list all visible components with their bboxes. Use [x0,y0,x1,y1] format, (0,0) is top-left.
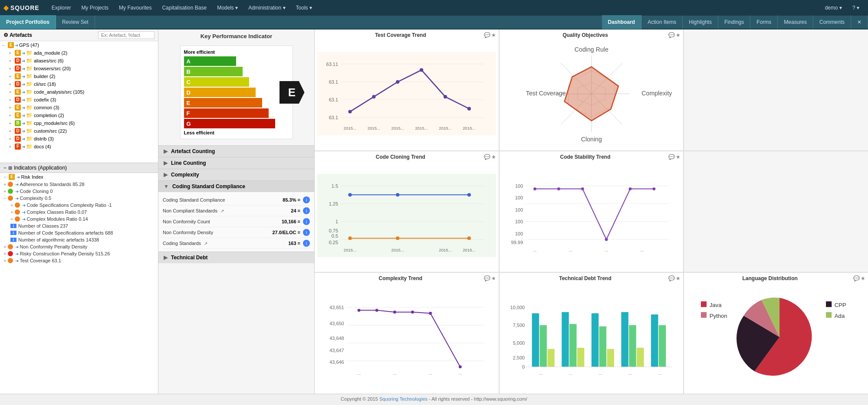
ind-sub-num-algo[interactable]: i Number of algorithmic artefacts 14338 [0,236,158,243]
tree-expander: + [9,144,15,149]
indicator-complexity[interactable]: − ➜ Complexity 0.5 [0,195,158,202]
nav-tools[interactable]: Tools ▾ [291,0,317,16]
arrow-icon: ➜ [22,144,25,149]
star-icon[interactable]: ★ [676,154,681,160]
nav-models[interactable]: Models ▾ [212,0,243,16]
tree-item-aliases[interactable]: + D ➜ 📁 aliases/src (6) [0,57,158,65]
comment-icon[interactable]: 💬 [668,32,675,38]
tree-item-completion[interactable]: + E ➜ 📁 completion (2) [0,111,158,119]
tree-expander: + [9,97,15,102]
comment-icon[interactable]: 💬 [853,275,860,281]
tree-item-distrib[interactable]: + D ➜ 📁 distrib (3) [0,135,158,143]
indicator-adherence[interactable]: + ➜ Adherence to Standards 85.28 [0,181,158,188]
nav-help[interactable]: ? ▾ [847,0,865,16]
tree-container[interactable]: − E ➜ GPS (47) + E ➜ 📁 ada_module (2) + … [0,41,158,163]
external-link-icon[interactable]: ↗ [204,241,207,246]
ind-sub-complex-classes[interactable]: + ➜ Complex Classes Ratio 0.07 [0,209,158,216]
tab-close[interactable]: ✕ [851,15,868,29]
external-link-icon[interactable]: ↗ [220,209,224,213]
energy-bar-c: C [184,77,289,87]
footer: Copyright © 2015 Squoring Technologies -… [0,394,868,405]
tree-item-cli[interactable]: + D ➜ 📁 cli/src (18) [0,80,158,88]
star-icon[interactable]: ★ [491,275,496,281]
tree-item-docs[interactable]: + F ➜ 📁 docs (4) [0,143,158,150]
tab-project-portfolios[interactable]: Project Portfolios [0,15,56,29]
tree-item-browsers[interactable]: + D ➜ 📁 browsers/src (20) [0,65,158,72]
ind-sub-num-code-spec[interactable]: i Number of Code Specifications artefact… [0,229,158,236]
indicator-code-cloning[interactable]: + ➜ Code Cloning 0 [0,188,158,195]
tab-findings[interactable]: Findings [718,15,750,29]
svg-rect-106 [621,312,628,367]
tree-item-cpp[interactable]: + B ➜ 📁 cpp_module/src (6) [0,119,158,127]
folder-icon: 📁 [26,128,33,134]
ind-sub-code-spec-complexity[interactable]: + ➜ Code Specifications Complexity Ratio… [0,202,158,209]
indicator-test-coverage[interactable]: + ➜ Test Coverage 63.1 [0,257,158,264]
tree-label: custom/src (22) [34,128,67,134]
nav-capitalisation-base[interactable]: Capitalisation Base [157,0,212,16]
metric-value: 85.3% = [283,197,300,202]
info-icon[interactable]: i [303,240,310,247]
accordion-label-coding: Coding Standard Compliance [172,183,245,189]
tree-item-builder[interactable]: + E ➜ 📁 builder (2) [0,72,158,80]
accordion-complexity[interactable]: ▶ Complexity [158,169,314,180]
metric-label: Non Conformity Density [163,230,272,235]
ind-sub-complex-modules[interactable]: + ➜ Complex Modules Ratio 0.14 [0,216,158,222]
comment-icon[interactable]: 💬 [668,275,675,281]
nav-my-projects[interactable]: My Projects [76,0,114,16]
metric-label: Non Compliant Standards ↗ [163,208,291,213]
indicator-risk-index[interactable]: − E ➜ Risk Index [0,173,158,181]
tree-item-ada[interactable]: + E ➜ 📁 ada_module (2) [0,49,158,57]
indicator-non-conformity-penalty[interactable]: + ➜ Non Conformity Penalty Density [0,243,158,250]
info-icon[interactable]: i [303,229,310,236]
artefacts-search-input[interactable] [98,31,155,39]
star-icon[interactable]: ★ [491,32,496,38]
comment-icon[interactable]: 💬 [484,154,490,160]
accordion-line-counting[interactable]: ▶ Line Counting [158,157,314,169]
nav-demo-user[interactable]: demo ▾ [820,0,847,16]
info-icon[interactable]: i [303,196,310,203]
ind-dot [8,244,13,249]
tab-review-set[interactable]: Review Set [56,15,95,29]
svg-point-65 [581,187,584,190]
info-icon[interactable]: i [303,218,310,225]
sub-plus: + [10,202,13,208]
star-icon[interactable]: ★ [676,275,681,281]
accordion-technical-debt[interactable]: ▶ Technical Debt [158,251,314,263]
energy-bar-f: F [184,108,289,118]
tree-item-codefix[interactable]: + D ➜ 📁 codefix (3) [0,96,158,104]
tab-highlights[interactable]: Highlights [683,15,718,29]
tree-item-gps[interactable]: − E ➜ GPS (47) [0,41,158,49]
chart-technical-debt: Technical Debt Trend 💬 ★ 10,000 7,500 5,… [500,273,684,394]
svg-text:2015...: 2015... [391,247,404,252]
star-icon[interactable]: ★ [861,275,865,281]
nav-administration[interactable]: Administration ▾ [243,0,290,16]
star-icon[interactable]: ★ [676,32,681,38]
tree-item-code-analysis[interactable]: + E ➜ 📁 code_analysis/src (105) [0,88,158,96]
ind-sub-num-classes[interactable]: i Number of Classes 237 [0,222,158,229]
tree-item-custom[interactable]: + D ➜ 📁 custom/src (22) [0,127,158,135]
accordion-artefact-counting[interactable]: ▶ Artefact Counting [158,145,314,157]
tab-measures[interactable]: Measures [778,15,813,29]
comment-icon[interactable]: 💬 [668,154,675,160]
nav-explorer[interactable]: Explorer [46,0,76,16]
current-grade-badge: E [279,81,305,104]
info-icon[interactable]: i [303,207,310,214]
footer-link[interactable]: Squoring Technologies [379,396,427,402]
tab-comments[interactable]: Comments [813,15,851,29]
svg-rect-98 [539,325,546,367]
star-icon[interactable]: ★ [491,154,496,160]
tree-item-common[interactable]: + E ➜ 📁 common (3) [0,104,158,111]
tab-dashboard[interactable]: Dashboard [602,15,642,29]
svg-text:2015...: 2015... [463,126,475,131]
indicator-risky-construction[interactable]: + ➜ Risky Construction Penalty Density 5… [0,250,158,257]
indicators-header[interactable]: − ⊞ Indicators (Application) [0,163,158,173]
comment-icon[interactable]: 💬 [484,32,490,38]
nav-my-favourites[interactable]: My Favourites [114,0,157,16]
accordion-coding-standard[interactable]: ▼ Coding Standard Compliance [158,180,314,192]
comment-icon[interactable]: 💬 [484,275,490,281]
app-logo[interactable]: ◆ SQUORE [3,4,39,12]
indicators-container: − E ➜ Risk Index + ➜ Adherence to Standa… [0,173,158,394]
accordion-label-debt: Technical Debt [171,255,207,261]
tab-action-items[interactable]: Action Items [641,15,683,29]
tab-forms[interactable]: Forms [750,15,778,29]
